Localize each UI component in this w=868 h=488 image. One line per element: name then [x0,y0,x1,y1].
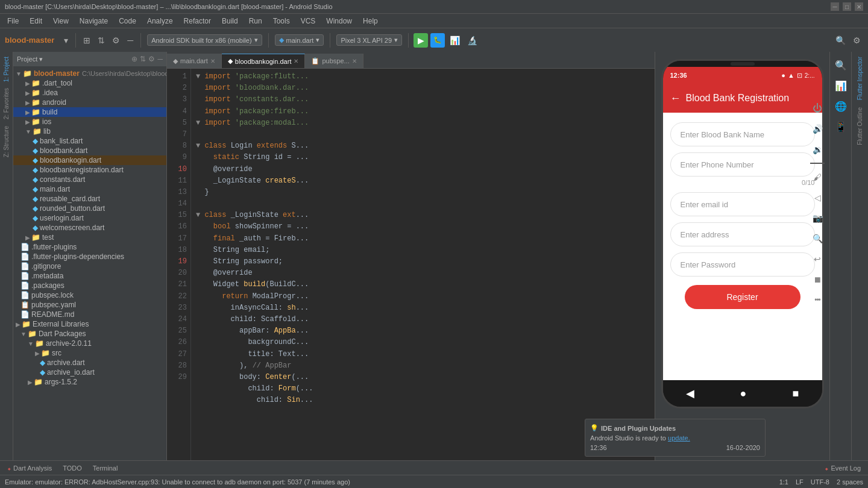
notification-update-link[interactable]: update. [668,434,690,442]
tree-ios[interactable]: ▶ 📁 ios [13,117,166,127]
flutter-outline-label[interactable]: Flutter Outline [855,105,864,148]
emu-vol-down-btn[interactable]: 🔉 [808,141,827,158]
profile-button[interactable]: 📊 [447,34,462,46]
status-lf[interactable]: LF [796,478,804,486]
flutter-inspector-label[interactable]: Flutter Inspector [855,54,864,102]
performance-btn[interactable]: 📊 [832,77,849,94]
tree-readme[interactable]: 📄 README.md [13,310,166,319]
toolbar-minimize-panel-btn[interactable]: ─ [125,34,136,46]
menu-view[interactable]: View [48,16,74,27]
emu-zoom-btn[interactable]: 🔍 [808,230,827,247]
main-dart-selector[interactable]: ◆ main.dart ▾ [275,34,324,46]
tree-archive-dart[interactable]: ◆ archive.dart [13,358,166,368]
left-tool-2[interactable]: 2: Favorites [2,86,11,122]
tab-pubspec[interactable]: 📋 pubspe... ✕ [305,54,363,68]
phone-field-address[interactable]: Enter address [670,222,815,246]
tree-pubspec-lock[interactable]: 📄 pubspec.lock [13,290,166,300]
tree-archive[interactable]: ▼ 📁 archive-2.0.11 [13,339,166,348]
phone-field-email[interactable]: Enter email id [670,192,815,216]
panel-locate-btn[interactable]: ⊕ [131,55,137,63]
emu-camera-btn[interactable]: 📷 [808,210,827,227]
coverage-button[interactable]: 🔬 [465,34,480,46]
tree-metadata[interactable]: 📄 .metadata [13,271,166,281]
phone-field-phone[interactable]: Enter Phone Number [670,152,815,177]
phone-field-bank-name[interactable]: Enter Blood Bank Name [670,122,815,146]
terminal-btn[interactable]: Terminal [88,463,123,473]
tree-constants[interactable]: ◆ constants.dart [13,175,166,184]
tree-reusable-card[interactable]: ◆ reusable_card.dart [13,194,166,204]
tree-bank-list[interactable]: ◆ bank_list.dart [13,136,166,146]
settings-button[interactable]: ⚙ [851,34,863,46]
tree-test[interactable]: ▶ 📁 test [13,233,166,242]
panel-settings-btn[interactable]: ⚙ [148,55,155,63]
tree-gitignore[interactable]: 📄 .gitignore [13,261,166,271]
emu-rotate-btn[interactable]: ↩ [808,251,827,267]
tree-packages[interactable]: 📄 .packages [13,281,166,290]
tree-bloodbankogin[interactable]: ◆ bloodbankogin.dart [13,155,166,165]
phone-nav-home[interactable]: ● [740,387,747,400]
phone-register-button[interactable]: Register [685,285,800,309]
tree-lib[interactable]: ▼ 📁 lib [13,127,166,136]
tree-userlogin[interactable]: ◆ userlogin.dart [13,213,166,223]
close-bloodbankogin-tab[interactable]: ✕ [294,58,298,64]
status-encoding[interactable]: UTF-8 [811,478,829,486]
app-btn[interactable]: 📱 [832,118,849,135]
flutter-inspect-btn[interactable]: 🔍 [832,57,849,74]
event-log-label[interactable]: ⬥ Event Log [820,465,866,472]
tree-pubspec-yaml[interactable]: 📋 pubspec.yaml [13,300,166,310]
tree-external-libraries[interactable]: ▶ 📁 External Libraries [13,319,166,329]
close-button[interactable]: ✕ [855,2,863,11]
tab-bloodbankogin-dart[interactable]: ◆ bloodbankogin.dart ✕ [222,54,306,68]
emu-paint-btn[interactable]: 🖌 [808,169,827,186]
menu-analyze[interactable]: Analyze [142,16,178,27]
tree-welcomescreen[interactable]: ◆ welcomescreen.dart [13,223,166,233]
sdk-selector[interactable]: Android SDK built for x86 (mobile) ▾ [147,34,262,46]
emu-power-btn[interactable]: ⏻ [808,100,827,117]
tree-idea[interactable]: ▶ 📁 .idea [13,88,166,98]
tree-src[interactable]: ▶ 📁 src [13,348,166,358]
close-main-dart-tab[interactable]: ✕ [210,58,215,64]
tree-archive-io-dart[interactable]: ◆ archive_io.dart [13,368,166,377]
tree-main[interactable]: ◆ main.dart [13,184,166,194]
close-pubspec-tab[interactable]: ✕ [352,58,357,64]
menu-edit[interactable]: Edit [25,16,47,27]
tree-flutter-plugins-dep[interactable]: 📄 .flutter-plugins-dependencies [13,252,166,261]
menu-build[interactable]: Build [217,16,243,27]
menu-vcs[interactable]: VCS [296,16,321,27]
search-everywhere-button[interactable]: 🔍 [833,34,848,46]
debug-button[interactable]: 🐛 [430,33,445,48]
emu-erase-btn[interactable]: ◁ [808,189,827,206]
code-editor[interactable]: ▼ import 'package:flutt... import 'blood… [191,69,655,460]
project-dropdown[interactable]: ▾ [61,34,71,46]
dart-analysis-btn[interactable]: ⬥ Dart Analysis [2,463,57,473]
menu-window[interactable]: Window [321,16,357,27]
status-position[interactable]: 1:1 [779,478,788,486]
tree-root[interactable]: ▼ 📁 blood-master C:\Users\hirda\Desktop\… [13,69,166,78]
emu-vol-up-btn[interactable]: 🔊 [808,120,827,137]
tab-main-dart[interactable]: ◆ main.dart ✕ [167,54,222,68]
tree-build[interactable]: ▶ 📁 build [13,107,166,117]
tree-android[interactable]: ▶ 📁 android [13,98,166,107]
tree-bloodbankregistration[interactable]: ◆ bloodbankregistration.dart [13,165,166,175]
tree-rounded-button[interactable]: ◆ rounded_button.dart [13,204,166,213]
menu-run[interactable]: Run [244,16,267,27]
device-selector[interactable]: Pixel 3 XL API 29 ▾ [336,34,402,46]
tree-flutter-plugins[interactable]: 📄 .flutter-plugins [13,242,166,252]
toolbar-structure-btn[interactable]: ⊞ [81,34,93,46]
maximize-button[interactable]: □ [843,2,851,11]
emu-stop-btn[interactable]: ⏹ [808,271,827,288]
emu-more-btn[interactable]: ••• [808,292,827,308]
menu-refactor[interactable]: Refactor [179,16,216,27]
network-btn[interactable]: 🌐 [832,98,849,114]
todo-btn[interactable]: TODO [58,463,87,473]
phone-field-password[interactable]: Enter Password [670,252,815,277]
tree-args[interactable]: ▶ 📁 args-1.5.2 [13,377,166,387]
tree-dart-tool[interactable]: ▶ 📁 .dart_tool [13,78,166,88]
run-button[interactable]: ▶ [414,33,428,48]
menu-file[interactable]: File [2,16,24,27]
left-tool-project[interactable]: 1: Project [2,54,11,84]
panel-collapse-btn[interactable]: ⇅ [140,55,146,63]
phone-nav-recent[interactable]: ■ [793,387,799,400]
phone-back-button[interactable]: ← [670,92,681,105]
menu-tools[interactable]: Tools [268,16,295,27]
